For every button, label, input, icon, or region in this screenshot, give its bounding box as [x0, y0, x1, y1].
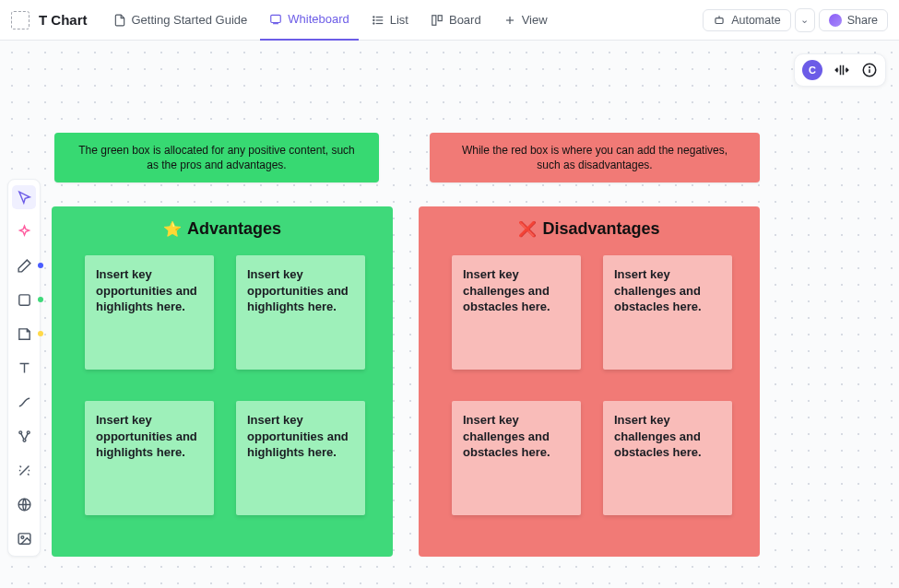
- svg-point-16: [18, 430, 21, 433]
- magic-wand-icon: [17, 463, 32, 478]
- tab-label: Getting Started Guide: [132, 13, 248, 27]
- sticky-card[interactable]: Insert key challenges and obstacles here…: [452, 401, 581, 515]
- info-icon[interactable]: [861, 62, 878, 78]
- svg-point-6: [373, 22, 373, 23]
- tab-label: List: [390, 13, 408, 27]
- sticky-card[interactable]: Insert key challenges and obstacles here…: [603, 255, 732, 370]
- ai-tool[interactable]: [12, 219, 36, 243]
- canvas-controls: C: [794, 53, 886, 87]
- robot-icon: [713, 14, 726, 27]
- pointer-icon: [17, 190, 32, 206]
- star-icon: ⭐: [163, 220, 182, 238]
- svg-rect-8: [438, 15, 442, 20]
- connector-icon: [17, 394, 32, 410]
- sticky-card[interactable]: Insert key opportunities and highlights …: [236, 401, 365, 515]
- relation-icon: [17, 429, 32, 444]
- note-strip-red[interactable]: While the red box is where you can add t…: [430, 133, 760, 182]
- connector-tool[interactable]: [12, 390, 36, 414]
- svg-point-14: [869, 67, 870, 68]
- list-icon: [372, 14, 384, 27]
- whiteboard-icon: [269, 13, 282, 26]
- share-label: Share: [847, 14, 878, 27]
- header-bar: T Chart Getting Started Guide Whiteboard…: [0, 0, 899, 41]
- advantages-heading: ⭐ Advantages: [52, 219, 393, 239]
- web-tool[interactable]: [12, 492, 36, 516]
- doc-icon: [11, 11, 30, 29]
- relation-tool[interactable]: [12, 424, 36, 448]
- sticky-card[interactable]: Insert key opportunities and highlights …: [85, 255, 214, 370]
- tab-board[interactable]: Board: [421, 0, 491, 41]
- share-button[interactable]: Share: [819, 9, 888, 31]
- text-icon: [17, 360, 32, 376]
- automate-button[interactable]: Automate: [703, 9, 791, 31]
- svg-rect-11: [716, 18, 723, 23]
- page-icon: [113, 14, 126, 27]
- disadvantages-title: Disadvantages: [542, 219, 659, 239]
- sticky-card[interactable]: Insert key opportunities and highlights …: [236, 255, 365, 370]
- tab-add-view[interactable]: View: [494, 0, 557, 41]
- svg-rect-0: [271, 15, 281, 22]
- tab-getting-started[interactable]: Getting Started Guide: [104, 0, 257, 41]
- cross-icon: ❌: [518, 220, 537, 238]
- left-toolbar: [7, 179, 41, 557]
- pen-icon: [17, 258, 32, 274]
- disadvantages-panel[interactable]: ❌ Disadvantages Insert key challenges an…: [419, 206, 760, 557]
- svg-point-18: [23, 439, 26, 441]
- square-icon: [17, 292, 32, 308]
- sparkle-icon: [17, 224, 32, 240]
- sticky-note-icon: [17, 326, 32, 342]
- color-indicator-green: [38, 297, 43, 302]
- advantages-cards: Insert key opportunities and highlights …: [52, 252, 393, 515]
- svg-rect-15: [18, 294, 29, 304]
- magic-tool[interactable]: [12, 458, 36, 482]
- advantages-title: Advantages: [187, 219, 281, 239]
- board-icon: [431, 14, 444, 27]
- tab-label: Board: [449, 13, 481, 27]
- globe-icon: [17, 497, 32, 512]
- plus-icon: [503, 14, 516, 27]
- page-title: T Chart: [39, 12, 88, 28]
- shape-tool[interactable]: [12, 288, 36, 312]
- fit-width-icon[interactable]: [834, 62, 850, 78]
- svg-point-17: [27, 430, 30, 433]
- tab-label: Whiteboard: [288, 12, 349, 26]
- color-indicator-blue: [38, 263, 43, 268]
- user-avatar-icon: [829, 14, 842, 27]
- svg-rect-7: [432, 15, 436, 25]
- chevron-down-icon: ⌄: [800, 14, 809, 26]
- advantages-panel[interactable]: ⭐ Advantages Insert key opportunities an…: [52, 206, 393, 557]
- svg-point-5: [373, 19, 373, 20]
- disadvantages-cards: Insert key challenges and obstacles here…: [419, 252, 760, 515]
- whiteboard-canvas[interactable]: C: [0, 41, 899, 588]
- color-indicator-yellow: [38, 331, 43, 336]
- sticky-card[interactable]: Insert key challenges and obstacles here…: [452, 255, 581, 370]
- sticky-card[interactable]: Insert key opportunities and highlights …: [85, 401, 214, 515]
- text-tool[interactable]: [12, 356, 36, 380]
- tab-whiteboard[interactable]: Whiteboard: [260, 0, 358, 41]
- presence-avatar[interactable]: C: [802, 60, 822, 80]
- disadvantages-heading: ❌ Disadvantages: [419, 219, 760, 239]
- note-strip-text: The green box is allocated for any posit…: [77, 143, 357, 172]
- sticky-note-tool[interactable]: [12, 322, 36, 346]
- image-icon: [17, 531, 32, 547]
- tab-list[interactable]: List: [362, 0, 418, 41]
- sticky-card[interactable]: Insert key challenges and obstacles here…: [603, 401, 732, 515]
- svg-point-21: [20, 535, 23, 538]
- note-strip-text: While the red box is where you can add t…: [452, 143, 738, 172]
- note-strip-green[interactable]: The green box is allocated for any posit…: [54, 133, 379, 182]
- automate-dropdown[interactable]: ⌄: [795, 8, 815, 32]
- automate-label: Automate: [731, 14, 781, 27]
- svg-point-4: [373, 16, 373, 17]
- tab-label: View: [522, 13, 548, 27]
- pointer-tool[interactable]: [12, 185, 36, 209]
- pen-tool[interactable]: [12, 253, 36, 277]
- image-tool[interactable]: [12, 526, 36, 550]
